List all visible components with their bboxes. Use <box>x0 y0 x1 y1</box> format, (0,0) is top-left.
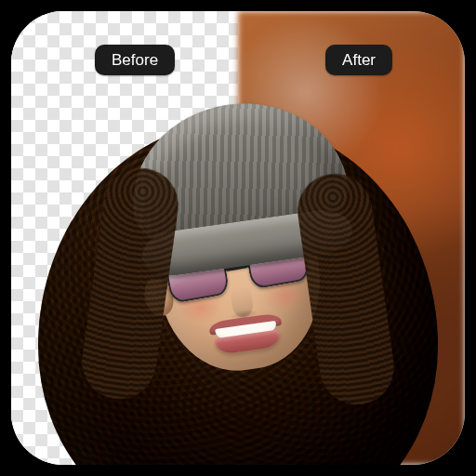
after-label: After <box>325 45 392 75</box>
before-after-card: Before After <box>11 11 465 465</box>
before-label: Before <box>95 45 175 75</box>
before-panel <box>11 11 238 465</box>
split-divider <box>237 11 239 465</box>
after-panel <box>238 11 465 465</box>
